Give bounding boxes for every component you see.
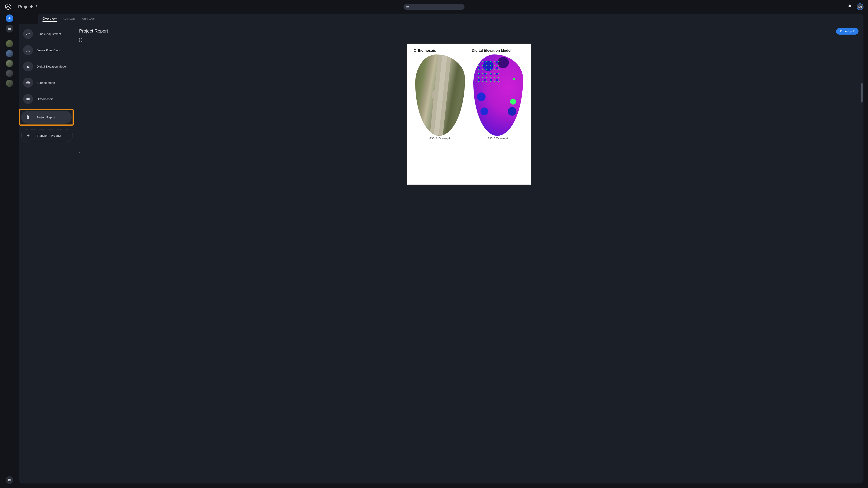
export-pdf-button[interactable]: Export .pdf: [836, 28, 859, 35]
more-menu-button[interactable]: ⋮: [855, 17, 859, 21]
rail-project-thumb-4[interactable]: [6, 70, 13, 77]
fullscreen-icon[interactable]: [79, 38, 83, 42]
top-bar: Projects / EM: [0, 0, 868, 13]
svg-point-1: [26, 34, 27, 35]
report-title: Project Report: [79, 29, 859, 34]
top-bar-right: EM: [848, 3, 864, 10]
report-document[interactable]: Orthomosaic GSD: 0.134 survey ft Digital…: [407, 43, 531, 185]
svg-point-7: [26, 51, 27, 52]
mountain-icon: [23, 61, 33, 71]
chat-button[interactable]: [6, 476, 13, 484]
rail-project-thumb-1[interactable]: [6, 40, 13, 47]
tab-overview[interactable]: Overview: [42, 17, 57, 22]
folder-icon: [406, 5, 409, 8]
product-surface-model[interactable]: Surface Model: [21, 76, 73, 89]
report-col-orthomosaic: Orthomosaic GSD: 0.134 survey ft: [414, 48, 466, 140]
rail-project-thumb-2[interactable]: [6, 50, 13, 57]
report-col-title: Digital Elevation Model: [472, 48, 511, 53]
product-label: Project Report: [36, 116, 55, 119]
tab-analyzer[interactable]: Analyzer: [82, 17, 95, 22]
svg-point-3: [29, 34, 30, 34]
highlight-box: Project Report: [19, 109, 74, 126]
tab-canvas[interactable]: Canvas: [64, 17, 75, 22]
transform-product-button[interactable]: Transform Product: [21, 129, 73, 142]
svg-point-6: [29, 50, 29, 51]
svg-point-9: [29, 51, 30, 52]
svg-point-4: [28, 48, 29, 49]
rail-project-thumb-5[interactable]: [6, 80, 13, 87]
product-list: Bundle Adjustment Dense Point Cloud Digi…: [19, 24, 73, 484]
rail-folder-button[interactable]: [6, 25, 13, 33]
app-logo[interactable]: [4, 3, 12, 10]
report-col-title: Orthomosaic: [414, 48, 436, 53]
report-col-dem: Digital Elevation Model GSD: 0.534 surve…: [472, 48, 524, 140]
new-project-button[interactable]: [6, 14, 13, 22]
product-label: Bundle Adjustment: [37, 32, 61, 36]
plus-icon: [23, 131, 33, 140]
breadcrumb[interactable]: Projects /: [18, 4, 37, 9]
left-rail: [0, 13, 19, 488]
notifications-icon[interactable]: [848, 4, 852, 9]
product-label: Dense Point Cloud: [37, 48, 61, 52]
product-orthomosaic[interactable]: Orthomosaic: [21, 93, 73, 105]
product-dem[interactable]: Digital Elevation Model: [21, 60, 73, 73]
svg-point-8: [28, 51, 29, 52]
globe-icon: [23, 78, 33, 88]
report-icon: [23, 112, 33, 122]
rail-project-thumb-3[interactable]: [6, 60, 13, 67]
svg-point-5: [27, 50, 28, 51]
point-cloud-icon: [23, 45, 33, 55]
svg-point-2: [28, 33, 29, 34]
product-bundle-adjustment[interactable]: Bundle Adjustment: [21, 28, 73, 40]
svg-rect-12: [27, 116, 29, 116]
gsd-caption-2: GSD: 0.534 survey ft: [488, 137, 508, 140]
rail-divider: [6, 36, 13, 36]
report-panel: Project Report Export .pdf Orthomosaic G…: [73, 24, 864, 484]
user-avatar[interactable]: EM: [857, 3, 864, 10]
orthomosaic-preview: [415, 55, 465, 136]
dem-preview: [473, 55, 523, 136]
map-icon: [23, 94, 33, 104]
product-label: Orthomosaic: [37, 97, 53, 101]
transform-label: Transform Product: [37, 134, 61, 137]
product-label: Surface Model: [37, 81, 56, 85]
scrollbar-thumb[interactable]: [861, 83, 863, 103]
search-input[interactable]: [403, 4, 465, 10]
gsd-caption-1: GSD: 0.134 survey ft: [430, 137, 451, 140]
tabs-row: Overview Canvas Analyzer ⋮: [38, 13, 864, 24]
product-label: Digital Elevation Model: [37, 65, 66, 68]
sliders-icon: [23, 29, 33, 39]
main-area: Bundle Adjustment Dense Point Cloud Digi…: [19, 24, 864, 484]
product-dense-point-cloud[interactable]: Dense Point Cloud: [21, 44, 73, 57]
product-project-report[interactable]: Project Report: [21, 111, 72, 124]
